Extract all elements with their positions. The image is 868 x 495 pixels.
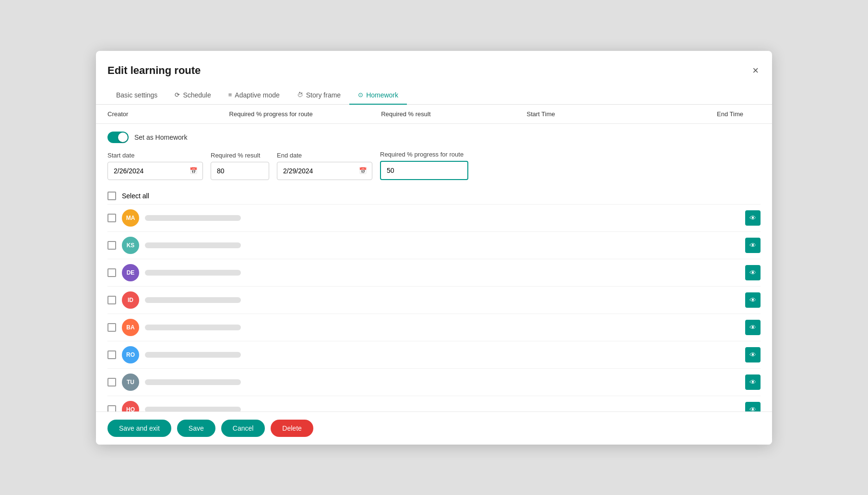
schedule-icon: ⟳: [175, 91, 180, 98]
required-progress-input[interactable]: [381, 162, 467, 179]
end-date-label: End date: [277, 152, 372, 159]
user-eye-button-1[interactable]: 👁: [745, 238, 761, 253]
user-name-0: [145, 215, 241, 221]
adaptive-icon: ≡: [228, 91, 232, 98]
user-checkbox-6[interactable]: [107, 378, 116, 386]
user-avatar-3: ID: [122, 291, 139, 309]
close-button[interactable]: ×: [750, 62, 761, 79]
user-name-4: [145, 325, 241, 330]
user-row-right-0: 👁: [745, 210, 761, 226]
tab-schedule[interactable]: ⟳ Schedule: [166, 86, 219, 105]
start-date-input[interactable]: [108, 162, 185, 180]
user-list: MA 👁 KS 👁 DE 👁 ID 👁: [96, 204, 772, 411]
user-name-1: [145, 242, 241, 248]
tab-story-frame[interactable]: ⏱ Story frame: [288, 86, 349, 105]
user-row: MA 👁: [107, 204, 761, 231]
user-avatar-4: BA: [122, 319, 139, 336]
select-all-label: Select all: [122, 192, 149, 200]
tab-homework[interactable]: ⊙ Homework: [349, 86, 407, 105]
user-eye-button-7[interactable]: 👁: [745, 402, 761, 411]
required-result-label: Required % result: [211, 152, 269, 159]
user-checkbox-4[interactable]: [107, 323, 116, 332]
user-avatar-0: MA: [122, 209, 139, 227]
table-header: Creator Required % progress for route Re…: [96, 105, 772, 124]
homework-icon: ⊙: [358, 91, 363, 98]
user-checkbox-3[interactable]: [107, 296, 116, 304]
user-checkbox-1[interactable]: [107, 241, 116, 250]
form-row: Start date 📅 Required % result End date …: [96, 147, 772, 188]
user-row-right-4: 👁: [745, 320, 761, 335]
user-row: KS 👁: [107, 231, 761, 259]
user-avatar-2: DE: [122, 264, 139, 281]
end-date-input[interactable]: [277, 162, 354, 180]
tab-homework-label: Homework: [366, 91, 398, 99]
cancel-button[interactable]: Cancel: [221, 420, 265, 437]
tab-basic-settings-label: Basic settings: [116, 91, 157, 99]
story-icon: ⏱: [297, 91, 303, 98]
required-result-input-wrapper: [211, 162, 269, 180]
user-row: BA 👁: [107, 314, 761, 341]
user-row-right-1: 👁: [745, 238, 761, 253]
delete-button[interactable]: Delete: [271, 420, 313, 437]
user-avatar-7: HO: [122, 401, 139, 411]
required-result-field: Required % result: [211, 152, 269, 180]
col-header-creator: Creator: [107, 110, 203, 118]
user-avatar-1: KS: [122, 237, 139, 254]
user-row: TU 👁: [107, 368, 761, 396]
modal-header: Edit learning route ×: [96, 51, 772, 79]
user-checkbox-7[interactable]: [107, 405, 116, 411]
user-name-5: [145, 352, 241, 358]
col-header-progress: Required % progress for route: [203, 110, 338, 118]
required-progress-field: Required % progress for route: [380, 151, 468, 180]
content-area: Set as Homework Start date 📅 Required % …: [96, 124, 772, 411]
save-button[interactable]: Save: [177, 420, 215, 437]
user-name-3: [145, 297, 241, 303]
tab-adaptive-label: Adaptive mode: [235, 91, 279, 99]
tab-story-label: Story frame: [306, 91, 341, 99]
save-and-exit-button[interactable]: Save and exit: [107, 420, 171, 437]
start-date-calendar-button[interactable]: 📅: [185, 163, 202, 178]
end-date-input-wrapper: 📅: [277, 162, 372, 180]
col-header-start: Start Time: [474, 110, 608, 118]
user-eye-button-6[interactable]: 👁: [745, 374, 761, 390]
homework-toggle-label: Set as Homework: [134, 133, 187, 141]
user-row: ID 👁: [107, 286, 761, 314]
start-date-input-wrapper: 📅: [107, 162, 203, 180]
end-date-calendar-button[interactable]: 📅: [354, 163, 372, 178]
required-progress-label: Required % progress for route: [380, 151, 468, 158]
user-row-right-6: 👁: [745, 374, 761, 390]
homework-toggle-row: Set as Homework: [96, 124, 772, 147]
end-date-field: End date 📅: [277, 152, 372, 180]
user-checkbox-2[interactable]: [107, 268, 116, 277]
edit-learning-route-modal: Edit learning route × Basic settings ⟳ S…: [96, 51, 772, 445]
footer: Save and exit Save Cancel Delete: [96, 411, 772, 445]
select-all-row: Select all: [96, 188, 772, 204]
homework-toggle[interactable]: [107, 132, 129, 143]
user-eye-button-0[interactable]: 👁: [745, 210, 761, 226]
tab-schedule-label: Schedule: [183, 91, 211, 99]
required-progress-input-wrapper: [380, 161, 468, 180]
user-row-right-3: 👁: [745, 292, 761, 308]
start-date-label: Start date: [107, 152, 203, 159]
start-date-field: Start date 📅: [107, 152, 203, 180]
user-name-2: [145, 270, 241, 276]
user-eye-button-3[interactable]: 👁: [745, 292, 761, 308]
user-checkbox-0[interactable]: [107, 214, 116, 222]
modal-title: Edit learning route: [107, 64, 201, 77]
user-name-6: [145, 379, 241, 385]
select-all-checkbox[interactable]: [107, 192, 116, 200]
tab-basic-settings[interactable]: Basic settings: [107, 86, 166, 105]
user-eye-button-5[interactable]: 👁: [745, 347, 761, 362]
col-header-result: Required % result: [338, 110, 473, 118]
required-result-input[interactable]: [211, 162, 269, 180]
user-row-right-7: 👁: [745, 402, 761, 411]
user-row-right-2: 👁: [745, 265, 761, 280]
user-eye-button-2[interactable]: 👁: [745, 265, 761, 280]
user-row: HO 👁: [107, 396, 761, 411]
tab-adaptive-mode[interactable]: ≡ Adaptive mode: [220, 86, 288, 105]
user-name-7: [145, 407, 241, 411]
user-row-right-5: 👁: [745, 347, 761, 362]
user-checkbox-5[interactable]: [107, 350, 116, 359]
user-eye-button-4[interactable]: 👁: [745, 320, 761, 335]
user-row: RO 👁: [107, 341, 761, 368]
